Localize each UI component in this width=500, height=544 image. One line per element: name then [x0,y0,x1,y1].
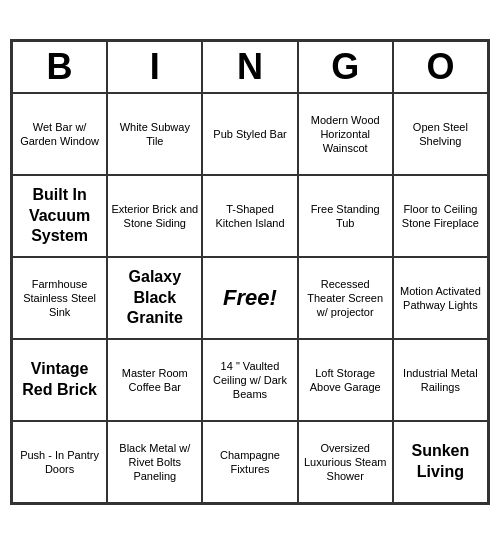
bingo-cell: Recessed Theater Screen w/ projector [298,257,393,339]
bingo-cell: Wet Bar w/ Garden Window [12,93,107,175]
bingo-cell: T-Shaped Kitchen Island [202,175,297,257]
header-letter: G [298,41,393,93]
header-letter: O [393,41,488,93]
header-letter: I [107,41,202,93]
bingo-header: BINGO [12,41,488,93]
header-letter: N [202,41,297,93]
bingo-cell: Push - In Pantry Doors [12,421,107,503]
bingo-cell: Free Standing Tub [298,175,393,257]
bingo-cell: Floor to Ceiling Stone Fireplace [393,175,488,257]
bingo-grid: Wet Bar w/ Garden WindowWhite Subway Til… [12,93,488,503]
bingo-cell: Modern Wood Horizontal Wainscot [298,93,393,175]
bingo-cell: Built In Vacuum System [12,175,107,257]
bingo-cell: Exterior Brick and Stone Siding [107,175,202,257]
bingo-cell: Pub Styled Bar [202,93,297,175]
bingo-cell: Industrial Metal Railings [393,339,488,421]
bingo-cell: White Subway Tile [107,93,202,175]
bingo-cell: Master Room Coffee Bar [107,339,202,421]
bingo-cell: Black Metal w/ Rivet Bolts Paneling [107,421,202,503]
bingo-cell: Open Steel Shelving [393,93,488,175]
bingo-card: BINGO Wet Bar w/ Garden WindowWhite Subw… [10,39,490,505]
bingo-cell: 14 " Vaulted Ceiling w/ Dark Beams [202,339,297,421]
header-letter: B [12,41,107,93]
bingo-cell: Free! [202,257,297,339]
bingo-cell: Motion Activated Pathway Lights [393,257,488,339]
bingo-cell: Champagne Fixtures [202,421,297,503]
bingo-cell: Vintage Red Brick [12,339,107,421]
bingo-cell: Loft Storage Above Garage [298,339,393,421]
bingo-cell: Sunken Living [393,421,488,503]
bingo-cell: Oversized Luxurious Steam Shower [298,421,393,503]
bingo-cell: Galaxy Black Granite [107,257,202,339]
bingo-cell: Farmhouse Stainless Steel Sink [12,257,107,339]
